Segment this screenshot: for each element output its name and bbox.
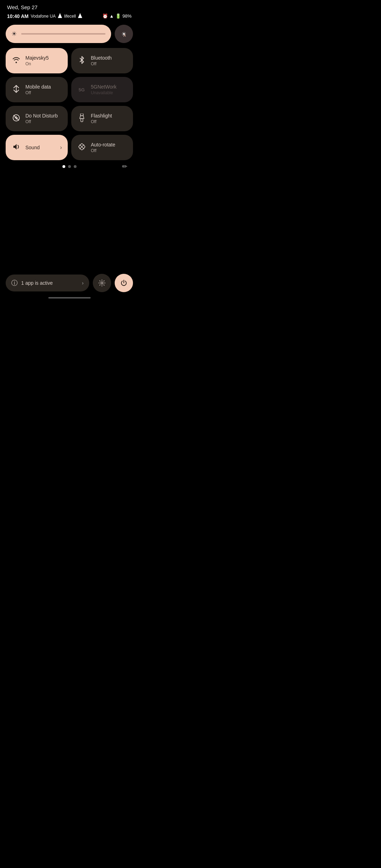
info-icon: ⓘ	[11, 279, 18, 287]
tile-flashlight[interactable]: Flashlight Off	[71, 106, 133, 131]
tile-5g-text: 5GNetWork Unavailable	[91, 84, 128, 96]
tile-dnd[interactable]: Do Not Disturb Off	[6, 106, 68, 131]
quick-controls: ☀ ☀ A Majevsky5 On	[0, 21, 139, 176]
sound-icon	[11, 143, 21, 152]
brightness-row: ☀ ☀ A	[6, 25, 133, 43]
tile-dnd-text: Do Not Disturb Off	[25, 113, 62, 125]
auto-rotate-icon	[77, 143, 87, 152]
gear-icon	[98, 279, 105, 287]
tile-auto-rotate[interactable]: Auto-rotate Off	[71, 135, 133, 160]
bluetooth-icon	[77, 56, 87, 66]
status-icons: ⏰ ▲ 🔋 98%	[102, 13, 132, 19]
sound-arrow-icon: ›	[60, 144, 62, 151]
tile-5g-subtitle: Unavailable	[91, 90, 128, 95]
signal-icon-2	[78, 13, 82, 19]
chevron-right-icon: ›	[82, 280, 84, 286]
flashlight-icon	[77, 114, 87, 124]
app-active-text: 1 app is active	[21, 280, 78, 286]
tile-dnd-subtitle: Off	[25, 119, 62, 124]
tile-sound[interactable]: Sound ›	[6, 135, 68, 160]
brightness-auto-button[interactable]: ☀ A	[115, 25, 133, 43]
tile-5g-title: 5GNetWork	[91, 84, 128, 90]
tile-bluetooth-text: Bluetooth Off	[91, 55, 128, 67]
battery-icon: 🔋	[115, 13, 121, 19]
bottom-bar: ⓘ 1 app is active ›	[6, 274, 133, 292]
svg-point-9	[101, 282, 103, 284]
dnd-icon	[11, 114, 21, 123]
brightness-slider[interactable]: ☀	[6, 25, 111, 43]
svg-rect-6	[80, 114, 83, 116]
brightness-track	[21, 33, 105, 35]
tile-bluetooth-title: Bluetooth	[91, 55, 128, 61]
carrier1: Vodafone UA	[31, 14, 56, 19]
page-dot-1	[62, 165, 65, 168]
page-dot-3	[74, 165, 77, 168]
tile-flashlight-text: Flashlight Off	[91, 113, 128, 125]
tiles-grid: Majevsky5 On Bluetooth Off	[6, 48, 133, 160]
tile-wifi-title: Majevsky5	[25, 55, 62, 61]
svg-marker-1	[78, 13, 82, 18]
status-time: 10:40 AM	[7, 13, 29, 19]
tile-flashlight-subtitle: Off	[91, 119, 128, 124]
tile-sound-text: Sound	[25, 145, 56, 151]
page-indicators: ✏	[6, 165, 133, 168]
page-dot-2	[68, 165, 71, 168]
svg-marker-0	[58, 13, 62, 18]
tile-mobile-data-title: Mobile data	[25, 84, 62, 90]
app-active-pill[interactable]: ⓘ 1 app is active ›	[6, 275, 89, 291]
brightness-icon: ☀	[11, 30, 17, 38]
carrier2: lifecell	[64, 14, 76, 19]
tile-mobile-data-subtitle: Off	[25, 90, 62, 95]
tile-dnd-title: Do Not Disturb	[25, 113, 62, 119]
tile-bluetooth-subtitle: Off	[91, 61, 128, 66]
signal-icon-1	[58, 13, 62, 19]
svg-rect-7	[81, 119, 83, 122]
mobile-data-icon	[11, 85, 21, 95]
tile-auto-rotate-title: Auto-rotate	[91, 142, 128, 148]
tile-wifi-text: Majevsky5 On	[25, 55, 62, 67]
brightness-auto-label: A	[123, 34, 126, 37]
battery-percent: 98%	[122, 13, 132, 19]
tile-wifi[interactable]: Majevsky5 On	[6, 48, 68, 73]
5g-label: 5G	[77, 87, 87, 92]
tile-5g[interactable]: 5G 5GNetWork Unavailable	[71, 77, 133, 102]
wifi-icon	[11, 57, 21, 65]
power-icon	[120, 279, 127, 287]
tile-auto-rotate-text: Auto-rotate Off	[91, 142, 128, 153]
tile-sound-title: Sound	[25, 145, 56, 151]
tile-bluetooth[interactable]: Bluetooth Off	[71, 48, 133, 73]
settings-button[interactable]	[93, 274, 111, 292]
tile-mobile-data[interactable]: Mobile data Off	[6, 77, 68, 102]
wifi-status-icon: ▲	[109, 13, 114, 19]
tile-auto-rotate-subtitle: Off	[91, 148, 128, 153]
home-indicator	[48, 297, 91, 299]
status-bar: Wed, Sep 27 10:40 AM Vodafone UA lifecel…	[0, 0, 139, 21]
tile-mobile-data-text: Mobile data Off	[25, 84, 62, 96]
alarm-icon: ⏰	[102, 13, 108, 19]
status-date: Wed, Sep 27	[7, 4, 132, 10]
edit-tiles-icon[interactable]: ✏	[122, 163, 127, 170]
status-row: 10:40 AM Vodafone UA lifecell ⏰ ▲ 🔋 98%	[7, 13, 132, 19]
tile-wifi-subtitle: On	[25, 61, 62, 66]
tile-flashlight-title: Flashlight	[91, 113, 128, 119]
power-button[interactable]	[115, 274, 133, 292]
